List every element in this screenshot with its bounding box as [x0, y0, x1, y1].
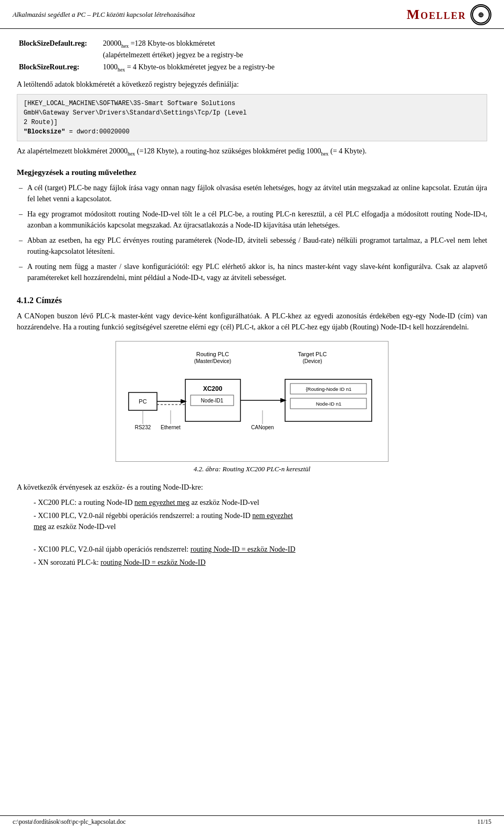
- logo-circle: ⊕: [470, 4, 491, 25]
- registry-section: BlockSizeDefault.reg: 20000hex =128 Kbyt…: [17, 37, 487, 158]
- svg-text:⊕: ⊕: [478, 11, 484, 19]
- diagram-caption: 4.2. ábra: Routing XC200 PLC-n keresztül: [194, 465, 310, 473]
- svg-text:(Device): (Device): [302, 358, 322, 364]
- underline-text: routing Node-ID = eszköz Node-ID: [191, 545, 296, 553]
- blocksizerout-value: 1000hex = 4 Kbyte-os blokkméretet jegyez…: [101, 61, 487, 75]
- list-item: - XC100 PLC, V2.0-nál újabb operációs re…: [17, 544, 487, 555]
- blocksize-note: Az alapértelmezett blokkméret 20000hex (…: [17, 146, 487, 158]
- logo-moeller: Moeller: [406, 7, 466, 23]
- underline-text: nem egyezhet meg: [134, 499, 190, 506]
- blocksizedefault-paren: (alapértelmezett értéket) jegyez be a re…: [103, 51, 243, 59]
- underline-text: nem egyezhet: [253, 512, 293, 520]
- list-item: - XN sorozatú PLC-k: routing Node-ID = e…: [17, 557, 487, 568]
- underline-text-cont: meg az eszköz Node-ID-vel: [34, 523, 116, 531]
- blocksizedefault-value: 20000hex =128 Kbyte-os blokkméretet (ala…: [101, 37, 487, 61]
- svg-text:CANopen: CANopen: [251, 425, 274, 430]
- svg-text:PC: PC: [139, 398, 146, 405]
- footer-page: 11/15: [477, 818, 491, 826]
- list-item: - XC200 PLC: a routing Node-ID nem egyez…: [17, 497, 487, 508]
- list-item: - XC100 PLC, V2.0-nál régebbi operációs …: [17, 510, 487, 532]
- list-item: Ha egy programot módosított routing Node…: [17, 209, 487, 231]
- following-heading: A következők érvényesek az eszköz- és a …: [17, 482, 487, 493]
- list-item: Abban az esetben, ha egy PLC érvényes ro…: [17, 235, 487, 257]
- header: Alkalmazási segédlet a PC – PLC közötti …: [0, 0, 504, 29]
- svg-text:Target PLC: Target PLC: [298, 351, 327, 357]
- diagram-box: Routing PLC (Master/Device) Target PLC (…: [116, 341, 388, 462]
- registry-table: BlockSizeDefault.reg: 20000hex =128 Kbyt…: [17, 37, 487, 75]
- bullet-list: A cél (target) PLC-be nagy fájlok írása …: [17, 182, 487, 283]
- svg-text:Node-ID n1: Node-ID n1: [316, 401, 342, 407]
- logo-area: Moeller ⊕: [406, 4, 491, 25]
- svg-text:{Routing-Node ID n1: {Routing-Node ID n1: [306, 386, 351, 392]
- diagram-container: Routing PLC (Master/Device) Target PLC (…: [17, 341, 487, 473]
- svg-text:(Master/Device): (Master/Device): [194, 358, 232, 364]
- routing-heading: Megjegyzések a routing művelethez: [17, 168, 487, 177]
- canopen-paragraph: A CANopen buszon lévő PLC-k master-ként …: [17, 310, 487, 333]
- section-num-heading: 4.1.2 Címzés: [17, 296, 487, 305]
- underline-text: routing Node-ID = eszköz Node-ID: [101, 558, 206, 566]
- header-title: Alkalmazási segédlet a PC – PLC közötti …: [13, 11, 195, 19]
- indent-list-1: - XC200 PLC: a routing Node-ID nem egyez…: [17, 497, 487, 532]
- list-item: A cél (target) PLC-be nagy fájlok írása …: [17, 182, 487, 204]
- table-row: BlockSizeRout.reg: 1000hex = 4 Kbyte-os …: [17, 61, 487, 75]
- main-content: BlockSizeDefault.reg: 20000hex =128 Kbyt…: [0, 29, 504, 582]
- section-412: 4.1.2 Címzés A CANopen buszon lévő PLC-k…: [17, 296, 487, 568]
- footer-path: c:\posta\fordítások\soft\pc-plc_kapcsola…: [13, 818, 126, 826]
- blocksizerout-label: BlockSizeRout.reg:: [17, 61, 101, 75]
- svg-text:Routing PLC: Routing PLC: [196, 351, 229, 357]
- svg-rect-12: [285, 379, 372, 421]
- svg-text:Node-ID1: Node-ID1: [201, 398, 224, 403]
- routing-section: Megjegyzések a routing művelethez A cél …: [17, 168, 487, 283]
- blocksizedefault-label: BlockSizeDefault.reg:: [17, 37, 101, 61]
- svg-text:RS232: RS232: [135, 425, 151, 430]
- table-row: BlockSizeDefault.reg: 20000hex =128 Kbyt…: [17, 37, 487, 61]
- code-block: [HKEY_LOCAL_MACHINE\SOFTWARE\3S-Smart So…: [17, 94, 487, 141]
- svg-text:XC200: XC200: [203, 385, 223, 392]
- indent-list-2: - XC100 PLC, V2.0-nál újabb operációs re…: [17, 544, 487, 568]
- routing-diagram: Routing PLC (Master/Device) Target PLC (…: [122, 348, 382, 453]
- svg-text:Ethernet: Ethernet: [161, 425, 181, 430]
- list-item: A routing nem függ a master / slave konf…: [17, 261, 487, 283]
- footer: c:\posta\fordítások\soft\pc-plc_kapcsola…: [0, 815, 504, 828]
- intro-paragraph: A letöltendő adatok blokkméretét a követ…: [17, 79, 487, 90]
